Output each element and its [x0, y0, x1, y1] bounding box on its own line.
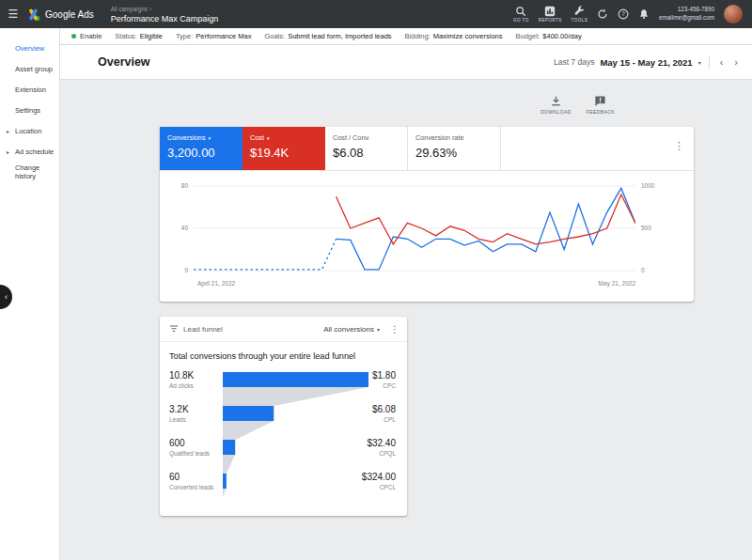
expand-chevron-icon: ▸ — [7, 128, 9, 134]
trend-line-chart — [194, 179, 635, 282]
funnel-stage-label: Ad clicks — [169, 382, 222, 389]
date-range-picker: Last 7 days May 15 - May 21, 2021 ▾ ‹ › — [554, 55, 741, 69]
feedback-button[interactable]: FEEDBACK — [587, 95, 615, 115]
page-actions: DOWNLOAD FEEDBACK — [540, 95, 615, 115]
sidebar-item-settings[interactable]: ▸ Settings — [0, 100, 59, 120]
funnel-menu-button[interactable]: ⋮ — [390, 324, 400, 334]
breadcrumb[interactable]: All campaigns› — [111, 6, 219, 12]
page-title: Overview — [98, 55, 150, 69]
conversions-dropdown[interactable]: All conversions ▾ — [323, 325, 380, 334]
search-icon — [515, 6, 526, 17]
date-range[interactable]: May 15 - May 21, 2021 — [600, 57, 692, 68]
google-ads-logo-icon — [26, 8, 40, 22]
funnel-stage-cost: $32.40 — [367, 438, 396, 448]
wrench-icon — [573, 6, 585, 17]
performance-chart-card: Conversions▾ 3,200.00 Cost▾ $19.4K Cost … — [160, 127, 694, 302]
sidebar-item-extension[interactable]: ▸ Extension — [0, 79, 59, 100]
funnel-stage-label: Leads — [169, 416, 222, 423]
funnel-stage-cost: $324.00 — [362, 472, 396, 482]
campaign-context: All campaigns› Performance Max Campaign — [111, 6, 219, 23]
campaign-title: Performance Max Campaign — [111, 14, 219, 23]
bell-icon — [638, 8, 650, 20]
metric-conversions[interactable]: Conversions▾ 3,200.00 — [160, 127, 243, 170]
funnel-row-leads: 3.2K Leads $6.08 CPL — [169, 404, 396, 423]
metric-cost-conv[interactable]: Cost / Conv.▾ $6.08 — [325, 127, 408, 170]
funnel-stage-value: 600 — [169, 438, 222, 448]
refresh-icon — [597, 8, 608, 20]
metric-conversion-rate[interactable]: Conversion rate▾ 29.63% — [408, 127, 501, 170]
lead-funnel-card: Lead funnel All conversions ▾ ⋮ Total co… — [160, 317, 407, 516]
y-axis-tick-right: 0 — [641, 267, 645, 273]
avatar[interactable] — [724, 5, 743, 23]
help-icon: ? — [618, 8, 629, 20]
status-bidding[interactable]: Bidding:Maximize conversions — [405, 32, 503, 40]
reports-chart-icon — [544, 6, 556, 17]
main-area: Enable Status:Eligible Type:Performance … — [60, 28, 752, 560]
account-info: 123-456-7890 emailme@gmail.com — [659, 6, 714, 23]
overview-content: DOWNLOAD FEEDBACK Conversions▾ 3,2 — [60, 80, 752, 560]
y-axis-tick-left: 40 — [167, 225, 188, 231]
status-type[interactable]: Type:Performance Max — [176, 32, 252, 40]
funnel-stage-cost-label: CPCL — [362, 484, 396, 490]
expand-chevron-icon: ▸ — [7, 148, 9, 155]
chart-menu-button[interactable]: ⋮ — [674, 140, 684, 152]
google-ads-app: ☰ Google Ads All campaigns› Performance … — [0, 0, 752, 560]
funnel-stage-cost-label: CPL — [372, 416, 396, 423]
x-axis-start-label: April 21, 2022 — [197, 280, 235, 287]
funnel-row-ad-clicks: 10.8K Ad clicks $1.80 CPC — [169, 370, 396, 389]
download-button[interactable]: DOWNLOAD — [540, 95, 572, 115]
lead-funnel-header: Lead funnel All conversions ▾ ⋮ — [160, 317, 407, 342]
main-menu-icon[interactable]: ☰ — [0, 8, 26, 21]
funnel-stage-cost-label: CPQL — [367, 450, 396, 457]
divider — [709, 55, 710, 69]
funnel-heading: Total conversions through your entire le… — [160, 342, 407, 365]
enabled-status-dot-icon — [71, 34, 76, 39]
previous-period-button[interactable]: ‹ — [717, 56, 727, 68]
feedback-icon — [594, 95, 606, 107]
y-axis-tick-right: 500 — [641, 225, 651, 231]
next-period-button[interactable]: › — [731, 56, 741, 68]
topbar: ☰ Google Ads All campaigns› Performance … — [0, 0, 752, 28]
sidebar-item-location[interactable]: ▸ Location — [0, 120, 59, 141]
refresh-button[interactable] — [597, 8, 608, 20]
notifications-button[interactable] — [638, 8, 650, 20]
page-header: Overview Last 7 days May 15 - May 21, 20… — [60, 45, 752, 80]
status-goals[interactable]: Goals:Submit lead form, Imported leads — [264, 32, 391, 40]
funnel-stage-cost: $1.80 — [372, 370, 396, 381]
funnel-rows: 10.8K Ad clicks $1.80 CPC 3.2K Leads $6.… — [169, 372, 396, 513]
help-button[interactable]: ? — [618, 8, 629, 20]
lead-funnel-title: Lead funnel — [183, 325, 223, 334]
topbar-actions: GO TO REPORTS TOOLS — [513, 5, 743, 23]
funnel-stage-label: Converted leads — [169, 484, 222, 490]
sidebar-item-change-history[interactable]: ▸ Change history — [0, 162, 59, 182]
breadcrumb-arrow-icon: › — [149, 6, 151, 12]
download-icon — [550, 95, 562, 107]
goto-button[interactable]: GO TO — [513, 6, 529, 23]
reports-button[interactable]: REPORTS — [539, 6, 562, 23]
status-budget[interactable]: Budget:$400.00/day — [515, 32, 581, 40]
funnel-stage-value: 60 — [169, 472, 222, 482]
funnel-row-converted-leads: 60 Converted leads $324.00 CPCL — [169, 472, 396, 490]
enable-toggle[interactable]: Enable — [71, 32, 102, 40]
x-axis-end-label: May 21, 2022 — [570, 280, 635, 287]
date-preset[interactable]: Last 7 days — [554, 57, 594, 67]
brand-name: Google Ads — [45, 9, 94, 20]
metric-cost[interactable]: Cost▾ $19.4K — [243, 127, 325, 170]
account-phone: 123-456-7890 — [659, 6, 714, 14]
y-axis-tick-right: 1000 — [641, 182, 654, 189]
funnel-stage-value: 10.8K — [169, 370, 222, 381]
svg-text:?: ? — [621, 10, 625, 17]
funnel-stage-cost-label: CPC — [372, 382, 396, 389]
funnel-stage-value: 3.2K — [169, 404, 222, 414]
tools-button[interactable]: TOOLS — [572, 6, 588, 23]
status-status[interactable]: Status:Eligible — [115, 32, 163, 40]
status-items: Status:Eligible Type:Performance Max Goa… — [115, 32, 581, 40]
chevron-down-icon: ▾ — [209, 135, 212, 141]
y-axis-tick-left: 80 — [167, 182, 188, 189]
funnel-stage-cost: $6.08 — [372, 404, 396, 414]
metric-tiles: Conversions▾ 3,200.00 Cost▾ $19.4K Cost … — [160, 127, 694, 171]
sidebar-item-ad-schedule[interactable]: ▸ Ad schedule — [0, 141, 59, 162]
sidebar-item-overview[interactable]: ▸ Overview — [0, 38, 59, 58]
sidebar-item-asset-group[interactable]: ▸ Asset group — [0, 58, 59, 79]
google-ads-logo[interactable]: Google Ads — [26, 8, 94, 22]
